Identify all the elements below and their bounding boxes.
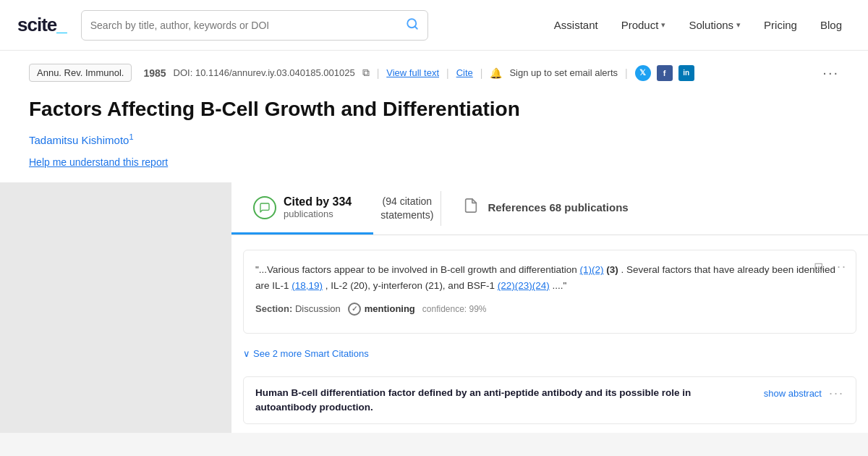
citation-statements-label: (94 citation bbox=[383, 195, 432, 207]
chevron-down-icon: ∨ bbox=[243, 348, 250, 359]
main-panel: Cited by 334 publications (94 citation s… bbox=[231, 182, 868, 433]
social-icons: 𝕏 f in bbox=[635, 65, 694, 81]
citation-card-2: Human B-cell differentiation factor defi… bbox=[243, 376, 856, 425]
logo[interactable]: scite_ bbox=[17, 14, 67, 36]
show-abstract-link[interactable]: show abstract bbox=[764, 388, 822, 399]
search-input[interactable] bbox=[90, 20, 400, 31]
alert-text: Sign up to set email alerts bbox=[509, 67, 618, 78]
author-superscript: 1 bbox=[129, 132, 133, 141]
more-card-options[interactable]: ··· bbox=[832, 259, 847, 274]
paper-title: Factors Affecting B-Cell Growth and Diff… bbox=[0, 90, 868, 130]
chevron-down-icon: ▾ bbox=[661, 20, 665, 30]
sidebar-panel bbox=[0, 182, 231, 433]
main-nav: Assistant Product ▾ Solutions ▾ Pricing … bbox=[545, 13, 851, 37]
citation-link-18-19[interactable]: (18,19) bbox=[292, 280, 323, 291]
svg-line-1 bbox=[414, 26, 417, 28]
card-actions: ⊡ ··· bbox=[814, 259, 847, 274]
copy-card-icon[interactable]: ⊡ bbox=[814, 260, 823, 274]
nav-item-pricing[interactable]: Pricing bbox=[755, 13, 806, 37]
publication-year: 1985 bbox=[143, 67, 166, 79]
more-options-button[interactable]: ··· bbox=[822, 64, 839, 81]
view-full-text-link[interactable]: View full text bbox=[386, 67, 439, 78]
citation-card-content: "...Various factors appear to be involve… bbox=[243, 250, 856, 333]
cite-link[interactable]: Cite bbox=[456, 67, 473, 78]
help-link[interactable]: Help me understand this report bbox=[0, 152, 868, 182]
content-area: Annu. Rev. Immunol. 1985 DOI: 10.1146/an… bbox=[0, 51, 868, 433]
citation-statements-sub: statements) bbox=[380, 209, 433, 221]
mentioning-badge: ✓ mentioning bbox=[348, 303, 415, 316]
tab-cited-by-text: Cited by 334 publications bbox=[284, 195, 352, 219]
search-bar[interactable] bbox=[81, 10, 428, 41]
linkedin-icon[interactable]: in bbox=[678, 65, 694, 81]
ref-card-title: Human B-cell differentiation factor defi… bbox=[255, 386, 752, 415]
chat-bubble-icon bbox=[253, 196, 276, 219]
bell-icon: 🔔 bbox=[490, 67, 502, 79]
nav-item-solutions[interactable]: Solutions ▾ bbox=[680, 13, 749, 37]
ref-card-row: Human B-cell differentiation factor defi… bbox=[255, 386, 844, 415]
ref-card-actions: show abstract ··· bbox=[764, 386, 844, 401]
references-label: References 68 publications bbox=[488, 201, 628, 214]
header: scite_ Assistant Product ▾ Solutions ▾ P… bbox=[0, 0, 868, 51]
facebook-icon[interactable]: f bbox=[657, 65, 673, 81]
paper-author[interactable]: Tadamitsu Kishimoto1 bbox=[0, 130, 868, 152]
tab-cited-by[interactable]: Cited by 334 publications bbox=[231, 182, 373, 235]
see-more-section: ∨ See 2 more Smart Citations bbox=[231, 348, 868, 368]
divider: | bbox=[625, 67, 628, 79]
nav-item-product[interactable]: Product ▾ bbox=[613, 13, 675, 37]
nav-item-blog[interactable]: Blog bbox=[812, 13, 851, 37]
chevron-down-icon: ▾ bbox=[736, 20, 741, 30]
doi-text: DOI: 10.1146/annurev.iy.03.040185.001025 bbox=[174, 67, 355, 78]
logo-underscore: _ bbox=[56, 14, 66, 35]
see-more-link[interactable]: ∨ See 2 more Smart Citations bbox=[243, 348, 856, 359]
citation-text: "...Various factors appear to be involve… bbox=[255, 262, 844, 293]
copy-doi-icon[interactable]: ⧉ bbox=[362, 67, 370, 79]
citation-card-1: "...Various factors appear to be involve… bbox=[231, 250, 868, 367]
citation-link-1-2[interactable]: (1)(2) bbox=[580, 264, 604, 275]
paper-meta-bar: Annu. Rev. Immunol. 1985 DOI: 10.1146/an… bbox=[0, 51, 868, 90]
divider: | bbox=[446, 67, 449, 79]
citation-ref-3: (3) bbox=[606, 264, 621, 275]
check-circle-icon: ✓ bbox=[348, 303, 361, 316]
document-icon bbox=[463, 198, 479, 218]
journal-badge: Annu. Rev. Immunol. bbox=[29, 64, 132, 82]
search-icon bbox=[406, 17, 419, 33]
tabs-bar: Cited by 334 publications (94 citation s… bbox=[231, 182, 868, 235]
mentioning-label: mentioning bbox=[365, 303, 415, 314]
twitter-icon[interactable]: 𝕏 bbox=[635, 65, 651, 81]
confidence-text: confidence: 99% bbox=[422, 304, 487, 314]
nav-item-assistant[interactable]: Assistant bbox=[545, 13, 607, 37]
divider: | bbox=[377, 67, 380, 79]
more-ref-options[interactable]: ··· bbox=[829, 386, 844, 401]
divider: | bbox=[480, 67, 483, 79]
bottom-section: Cited by 334 publications (94 citation s… bbox=[0, 182, 868, 433]
citation-link-22-23-24[interactable]: (22)(23)(24) bbox=[498, 280, 550, 291]
section-label: Section: Discussion bbox=[255, 303, 341, 314]
citation-meta: Section: Discussion ✓ mentioning confide… bbox=[255, 303, 844, 316]
tab-references[interactable]: References 68 publications bbox=[441, 182, 650, 235]
